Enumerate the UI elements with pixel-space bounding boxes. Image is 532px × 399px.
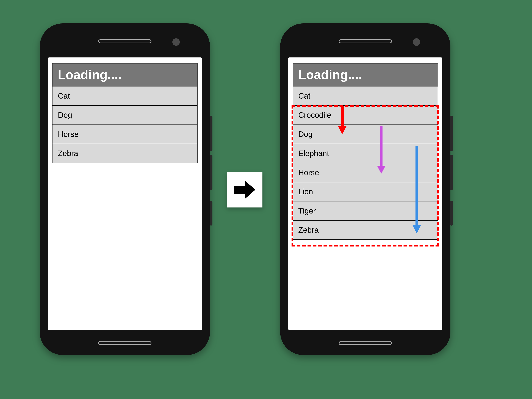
list-item[interactable]: Tiger xyxy=(293,202,438,221)
phone-screen: Loading.... Cat Crocodile Dog Elephant H… xyxy=(288,57,442,330)
list: Cat Crocodile Dog Elephant Horse Lion Ti… xyxy=(293,87,438,240)
app-title-bar: Loading.... xyxy=(52,63,197,87)
phone-side-button xyxy=(450,155,453,190)
phone-side-button xyxy=(450,116,453,151)
phone-speaker-top xyxy=(98,39,152,43)
phone-side-button xyxy=(210,116,212,151)
phone-camera xyxy=(172,38,180,46)
list-item[interactable]: Elephant xyxy=(293,144,438,163)
transition-arrow-panel xyxy=(227,172,262,208)
phone-speaker-top xyxy=(339,39,392,43)
phone-side-button xyxy=(210,201,212,226)
phone-left: Loading.... Cat Dog Horse Zebra xyxy=(40,23,210,355)
phone-side-button xyxy=(210,155,212,190)
phone-camera xyxy=(413,38,420,46)
arrow-right-icon xyxy=(231,177,258,203)
list-item[interactable]: Lion xyxy=(293,182,438,202)
list: Cat Dog Horse Zebra xyxy=(52,87,197,163)
list-item[interactable]: Cat xyxy=(293,87,438,106)
list-item[interactable]: Zebra xyxy=(52,144,197,163)
phone-side-button xyxy=(450,201,453,226)
list-item[interactable]: Zebra xyxy=(293,221,438,240)
phone-screen: Loading.... Cat Dog Horse Zebra xyxy=(48,57,202,330)
phone-speaker-bottom xyxy=(339,341,392,345)
list-item[interactable]: Horse xyxy=(52,125,197,144)
list-item[interactable]: Dog xyxy=(293,125,438,144)
phone-speaker-bottom xyxy=(98,341,152,345)
phone-right: Loading.... Cat Crocodile Dog Elephant H… xyxy=(280,23,450,355)
list-item[interactable]: Dog xyxy=(52,106,197,125)
list-item[interactable]: Cat xyxy=(52,87,197,106)
list-item[interactable]: Crocodile xyxy=(293,106,438,125)
list-item[interactable]: Horse xyxy=(293,163,438,182)
app-title-bar: Loading.... xyxy=(293,63,438,87)
